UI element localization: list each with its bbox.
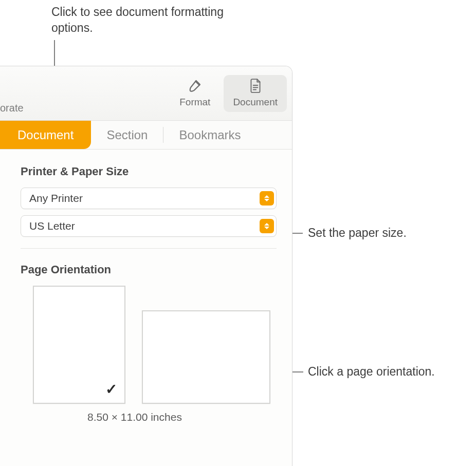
toolbar-item-document[interactable]: Document [224, 75, 287, 112]
inspector-panel: orate Format [0, 66, 292, 466]
callout-paper-size: Set the paper size. [308, 225, 407, 241]
tab-label: Document [17, 128, 74, 142]
orientation-landscape[interactable] [142, 310, 270, 404]
select-value: US Letter [29, 220, 75, 232]
document-icon [249, 78, 262, 94]
toolbar-item-collaborate[interactable]: orate [0, 66, 24, 120]
inspector-tabs: Document Section Bookmarks [0, 121, 292, 150]
section-title-orientation: Page Orientation [21, 263, 277, 276]
tab-document[interactable]: Document [0, 121, 91, 149]
toolbar-item-label: Document [233, 97, 278, 108]
tab-bookmarks[interactable]: Bookmarks [163, 121, 256, 149]
page-dimensions-label: 8.50 × 11.00 inches [87, 411, 277, 423]
tab-label: Bookmarks [179, 128, 241, 142]
divider [21, 248, 277, 249]
checkmark-icon: ✓ [105, 381, 117, 398]
updown-icon [260, 191, 274, 206]
callout-orientation: Click a page orientation. [308, 364, 435, 380]
paintbrush-icon [187, 78, 203, 94]
toolbar-item-format[interactable]: Format [170, 75, 219, 112]
document-settings: Printer & Paper Size Any Printer US Lett… [0, 150, 292, 423]
toolbar: orate Format [0, 66, 292, 121]
orientation-portrait[interactable]: ✓ [33, 286, 125, 404]
callout-document-tab: Click to see document formatting options… [51, 4, 236, 36]
printer-select[interactable]: Any Printer [21, 188, 277, 209]
toolbar-item-label: Format [179, 97, 210, 108]
updown-icon [260, 219, 274, 233]
paper-size-select[interactable]: US Letter [21, 215, 277, 237]
tab-section[interactable]: Section [91, 121, 163, 149]
section-title-printer-paper: Printer & Paper Size [21, 165, 277, 178]
orientation-options: ✓ [33, 286, 277, 404]
toolbar-item-label: orate [0, 102, 24, 114]
select-value: Any Printer [29, 192, 83, 204]
tab-label: Section [106, 128, 148, 142]
